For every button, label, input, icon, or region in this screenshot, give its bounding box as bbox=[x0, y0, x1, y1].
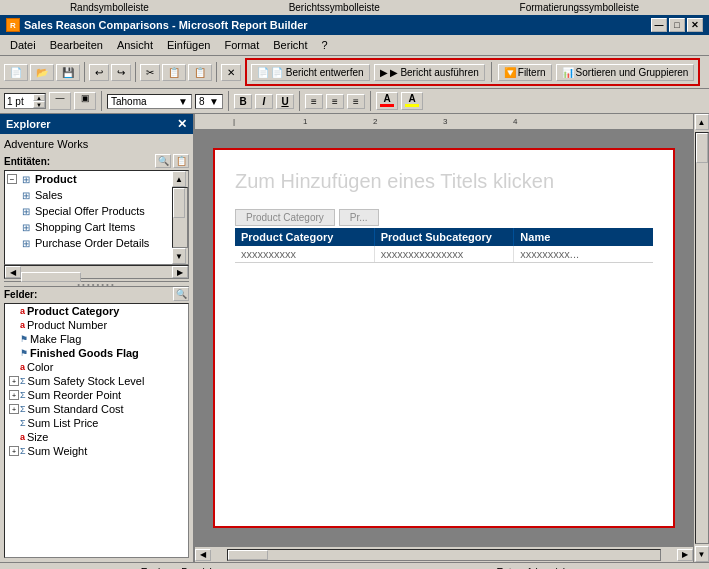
tree-scroll-up[interactable]: ▲ bbox=[172, 171, 186, 187]
fields-icon-btn[interactable]: 🔍 bbox=[173, 287, 189, 301]
filter-icon-btn[interactable]: 📋 bbox=[173, 154, 189, 168]
ssl-expand-icon[interactable]: + bbox=[9, 376, 19, 386]
ruler-mark-3: 3 bbox=[443, 117, 447, 126]
tree-item-sci[interactable]: ⊞ Shopping Cart Items bbox=[5, 219, 172, 235]
minimize-button[interactable]: — bbox=[651, 18, 667, 32]
menu-help[interactable]: ? bbox=[316, 37, 334, 53]
td00-value: xxxxxxxxxx bbox=[241, 248, 296, 260]
close-button[interactable]: ✕ bbox=[687, 18, 703, 32]
hscroll-right[interactable]: ▶ bbox=[677, 549, 693, 561]
menu-ansicht[interactable]: Ansicht bbox=[111, 37, 159, 53]
explorer-body: Adventure Works Entitäten: 🔍 📋 − ⊞ bbox=[0, 134, 193, 562]
report-title-placeholder[interactable]: Zum Hinzufügen eines Titels klicken bbox=[235, 170, 653, 193]
field-sum-weight[interactable]: + Σ Sum Weight bbox=[5, 444, 188, 458]
tree-hleft[interactable]: ◀ bbox=[5, 266, 21, 278]
design-button[interactable]: 📄 📄 Bericht entwerfen bbox=[251, 64, 370, 81]
tree-scroll-thumb[interactable] bbox=[173, 188, 185, 218]
tree-hthumb[interactable] bbox=[21, 272, 81, 282]
menu-format[interactable]: Format bbox=[218, 37, 265, 53]
sort-group-button[interactable]: 📊 Sortieren und Gruppieren bbox=[556, 64, 695, 81]
field-sum-sc[interactable]: + Σ Sum Standard Cost bbox=[5, 402, 188, 416]
rp-expand-icon[interactable]: + bbox=[9, 390, 19, 400]
line-size-input[interactable]: ▲ ▼ bbox=[4, 93, 46, 109]
mf-label: Make Flag bbox=[30, 333, 81, 345]
vscroll-down[interactable]: ▼ bbox=[695, 546, 709, 562]
field-sum-ssl[interactable]: + Σ Sum Safety Stock Level bbox=[5, 374, 188, 388]
vscroll-thumb[interactable] bbox=[696, 133, 708, 163]
new-button[interactable]: 📄 bbox=[4, 64, 28, 81]
font-color-button[interactable]: A bbox=[376, 92, 398, 110]
align-center-button[interactable]: ≡ bbox=[326, 94, 344, 109]
ssl-expand-btn[interactable]: + bbox=[8, 376, 20, 386]
td01-value: xxxxxxxxxxxxxxx bbox=[381, 248, 464, 260]
spin-down[interactable]: ▼ bbox=[33, 101, 45, 108]
spin-up[interactable]: ▲ bbox=[33, 94, 45, 101]
menu-bericht[interactable]: Bericht bbox=[267, 37, 313, 53]
redo-button[interactable]: ↪ bbox=[111, 64, 131, 81]
paste-button[interactable]: 📋 bbox=[188, 64, 212, 81]
maximize-button[interactable]: □ bbox=[669, 18, 685, 32]
delete-button[interactable]: ✕ bbox=[221, 64, 241, 81]
tree-scroll-down[interactable]: ▼ bbox=[172, 248, 186, 264]
field-color[interactable]: a Color bbox=[5, 360, 188, 374]
tab-pr[interactable]: Pr... bbox=[339, 209, 379, 226]
field-sum-lp[interactable]: Σ Sum List Price bbox=[5, 416, 188, 430]
rp-label: Sum Reorder Point bbox=[28, 389, 122, 401]
bottom-scrollbar: ◀ ▶ bbox=[195, 546, 693, 562]
field-product-number[interactable]: a Product Number bbox=[5, 318, 188, 332]
align-right-button[interactable]: ≡ bbox=[347, 94, 365, 109]
save-button[interactable]: 💾 bbox=[56, 64, 80, 81]
ruler: | 1 2 3 4 bbox=[195, 114, 693, 130]
field-product-category[interactable]: a Product Category bbox=[5, 304, 188, 318]
underline-button[interactable]: U bbox=[276, 94, 294, 109]
spin-arrows: ▲ ▼ bbox=[33, 94, 45, 108]
hscroll-left[interactable]: ◀ bbox=[195, 549, 211, 561]
bold-button[interactable]: B bbox=[234, 94, 252, 109]
font-size-combo[interactable]: 8 ▼ bbox=[195, 94, 223, 109]
sw-type-icon: Σ bbox=[20, 446, 26, 456]
cut-button[interactable]: ✂ bbox=[140, 64, 160, 81]
run-label: ▶ Bericht ausführen bbox=[390, 67, 479, 78]
search-icon-btn[interactable]: 🔍 bbox=[155, 154, 171, 168]
align-left-button[interactable]: ≡ bbox=[305, 94, 323, 109]
tree-item-sales[interactable]: ⊞ Sales bbox=[5, 187, 172, 203]
rp-expand-btn[interactable]: + bbox=[8, 390, 20, 400]
sep5 bbox=[101, 91, 102, 111]
tree-item-sop[interactable]: ⊞ Special Offer Products bbox=[5, 203, 172, 219]
tree-item-product[interactable]: − ⊞ Product bbox=[5, 171, 172, 187]
sc-expand-btn[interactable]: + bbox=[8, 404, 20, 414]
open-button[interactable]: 📂 bbox=[30, 64, 54, 81]
italic-button[interactable]: I bbox=[255, 94, 273, 109]
vscroll-up[interactable]: ▲ bbox=[695, 114, 709, 130]
ruler-mark-2: 2 bbox=[373, 117, 377, 126]
line-color-button[interactable]: — bbox=[49, 92, 71, 110]
field-make-flag[interactable]: ⚑ Make Flag bbox=[5, 332, 188, 346]
tree-hright[interactable]: ▶ bbox=[172, 266, 188, 278]
tab-product-category[interactable]: Product Category bbox=[235, 209, 335, 226]
explorer-close-button[interactable]: ✕ bbox=[177, 117, 187, 131]
field-sum-rp[interactable]: + Σ Sum Reorder Point bbox=[5, 388, 188, 402]
company-name: Adventure Works bbox=[4, 138, 189, 150]
tree-item-pod[interactable]: ⊞ Purchase Order Details bbox=[5, 235, 172, 251]
bg-color-button[interactable]: A bbox=[401, 92, 423, 110]
line-size-field[interactable] bbox=[5, 96, 33, 107]
run-button[interactable]: ▶ ▶ Bericht ausführen bbox=[374, 64, 485, 81]
sc-expand-icon[interactable]: + bbox=[9, 404, 19, 414]
field-finished-goods[interactable]: ⚑ Finished Goods Flag bbox=[5, 346, 188, 360]
hscroll-thumb[interactable] bbox=[228, 550, 268, 560]
menu-einfuegen[interactable]: Einfügen bbox=[161, 37, 216, 53]
canvas-inner: Zum Hinzufügen eines Titels klicken Prod… bbox=[215, 150, 673, 510]
undo-button[interactable]: ↩ bbox=[89, 64, 109, 81]
menu-datei[interactable]: Datei bbox=[4, 37, 42, 53]
font-combo[interactable]: Tahoma ▼ bbox=[107, 94, 192, 109]
fill-icon: ▣ bbox=[81, 93, 90, 103]
copy-button[interactable]: 📋 bbox=[162, 64, 186, 81]
fill-color-button[interactable]: ▣ bbox=[74, 92, 96, 110]
sw-expand-icon[interactable]: + bbox=[9, 446, 19, 456]
product-expand[interactable]: − bbox=[7, 174, 17, 184]
canvas-wrapper: Zum Hinzufügen eines Titels klicken Prod… bbox=[213, 148, 675, 528]
field-size[interactable]: a Size bbox=[5, 430, 188, 444]
sw-expand-btn[interactable]: + bbox=[8, 446, 20, 456]
menu-bearbeiten[interactable]: Bearbeiten bbox=[44, 37, 109, 53]
filter-button[interactable]: 🔽 Filtern bbox=[498, 64, 552, 81]
